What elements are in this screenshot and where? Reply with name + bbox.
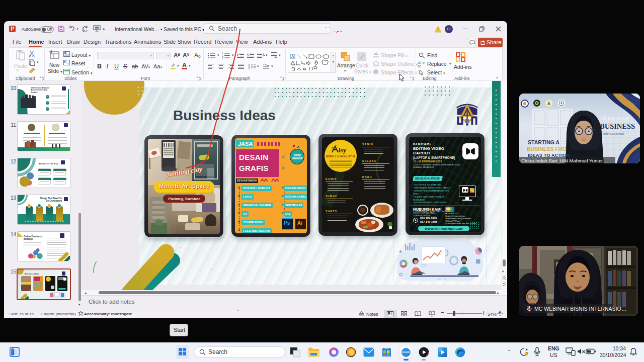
svg-text:ac: ac: [418, 64, 422, 67]
svg-text:BUSINESS FRO: BUSINESS FRO: [527, 146, 567, 152]
svg-text:WEBINAR: WEBINAR: [603, 117, 630, 120]
svg-text:A: A: [291, 54, 294, 59]
svg-text:BUSINESS: BUSINESS: [600, 122, 635, 130]
svg-text:internasional: internasional: [603, 131, 624, 136]
svg-text:3: 3: [222, 57, 223, 59]
svg-text:isy: isy: [339, 146, 347, 154]
svg-text:ab: ab: [418, 61, 422, 64]
svg-text:STARTING A: STARTING A: [528, 139, 559, 145]
